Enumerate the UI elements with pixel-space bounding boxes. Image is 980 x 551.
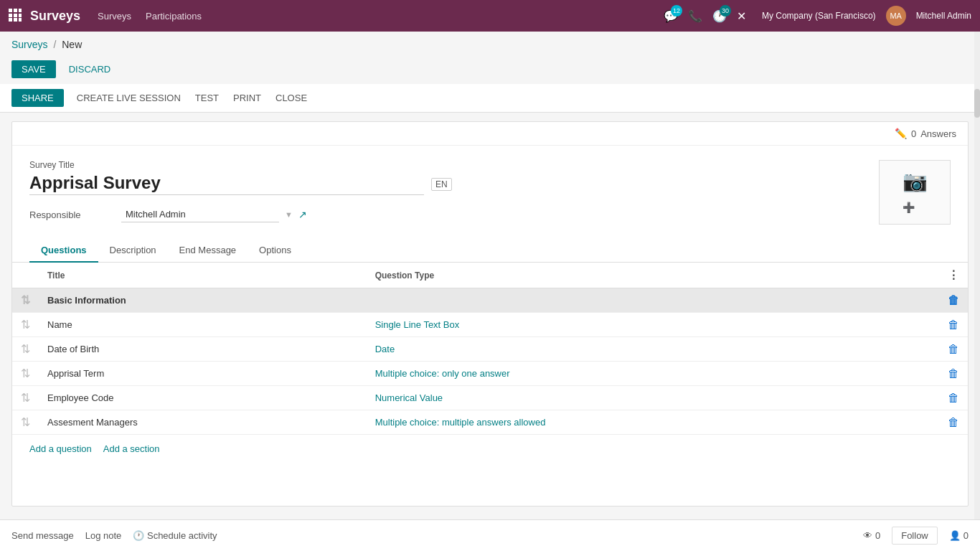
question-type[interactable]: Multiple choice: only one answer	[367, 362, 939, 386]
table-row: ⇅ Name Single Line Text Box 🗑	[12, 313, 968, 337]
svg-rect-3	[9, 14, 12, 17]
save-button[interactable]: SAVE	[11, 60, 56, 78]
title-header: Title	[39, 263, 367, 288]
survey-title-input[interactable]	[29, 173, 424, 195]
action-bar: SAVE DISCARD	[0, 57, 980, 84]
question-title[interactable]: Name	[39, 313, 367, 337]
create-live-session-button[interactable]: CREATE LIVE SESSION	[75, 90, 182, 106]
svg-rect-7	[14, 18, 17, 22]
question-type[interactable]: Multiple choice: multiple answers allowe…	[367, 410, 939, 435]
question-title[interactable]: Employee Code	[39, 386, 367, 410]
question-title[interactable]: Apprisal Term	[39, 362, 367, 386]
add-section-link[interactable]: Add a section	[103, 443, 160, 454]
delete-icon[interactable]: 🗑	[948, 416, 959, 428]
close-button[interactable]: CLOSE	[274, 90, 308, 106]
svg-rect-1	[14, 9, 17, 12]
nav-links: Surveys Participations	[98, 11, 664, 22]
tabs: Questions Description End Message Option…	[12, 239, 968, 263]
question-type[interactable]: Single Line Text Box	[367, 313, 939, 337]
scrollbar-thumb[interactable]	[974, 89, 980, 118]
add-links: Add a question Add a section	[12, 435, 968, 463]
breadcrumb: Surveys / New	[0, 32, 980, 57]
lang-badge: EN	[431, 178, 452, 191]
breadcrumb-parent[interactable]: Surveys	[11, 39, 48, 50]
clock-icon-badge[interactable]: 🕐 30	[712, 9, 727, 23]
column-options-icon[interactable]: ⋮	[948, 269, 959, 281]
company-name: My Company (San Francisco)	[762, 11, 876, 21]
table-row: ⇅ Date of Birth Date 🗑	[12, 337, 968, 362]
drag-handle-icon[interactable]: ⇅	[21, 367, 30, 380]
question-type-header: Question Type	[367, 263, 939, 288]
question-title[interactable]: Date of Birth	[39, 337, 367, 362]
question-type[interactable]: Date	[367, 337, 939, 362]
top-navigation: Surveys Surveys Participations 💬 12 📞 🕐 …	[0, 0, 980, 32]
table-row: ⇅ Employee Code Numerical Value 🗑	[12, 386, 968, 410]
drag-handle-icon[interactable]: ⇅	[21, 416, 30, 428]
main-content: ✏️ 0 Answers Survey Title EN Responsible…	[0, 113, 980, 515]
add-question-link[interactable]: Add a question	[29, 443, 92, 454]
svg-rect-5	[19, 14, 22, 17]
answers-label: Answers	[920, 128, 956, 139]
delete-icon[interactable]: 🗑	[948, 294, 959, 306]
table-row: ⇅ Apprisal Term Multiple choice: only on…	[12, 362, 968, 386]
delete-icon[interactable]: 🗑	[948, 343, 959, 355]
answers-row: ✏️ 0 Answers	[12, 122, 968, 146]
table-row: ⇅ Basic Information 🗑	[12, 288, 968, 313]
drag-handle-icon[interactable]: ⇅	[21, 294, 30, 306]
responsible-row: Responsible ▼ ↗	[29, 207, 862, 222]
svg-rect-8	[19, 18, 22, 22]
delete-icon[interactable]: 🗑	[948, 392, 959, 404]
tab-options[interactable]: Options	[248, 239, 303, 263]
drag-handle-icon[interactable]: ⇅	[21, 319, 30, 331]
nav-participations[interactable]: Participations	[146, 11, 202, 22]
answers-button[interactable]: ✏️ 0 Answers	[895, 128, 956, 139]
table-row: ⇅ Assesment Managers Multiple choice: mu…	[12, 410, 968, 435]
form-fields: Survey Title EN Responsible ▼ ↗	[29, 160, 862, 225]
tab-end-message[interactable]: End Message	[168, 239, 248, 263]
toolbar: SHARE CREATE LIVE SESSION TEST PRINT CLO…	[0, 84, 980, 113]
responsible-input[interactable]	[121, 207, 279, 222]
form-card: ✏️ 0 Answers Survey Title EN Responsible…	[11, 121, 969, 507]
user-name: Mitchell Admin	[916, 11, 971, 21]
svg-rect-2	[19, 9, 22, 12]
scrollbar[interactable]	[974, 32, 980, 515]
svg-rect-6	[9, 18, 12, 22]
questions-table: Title Question Type ⋮ ⇅ Basic Informatio…	[12, 263, 968, 435]
camera-icon: 📷➕	[903, 169, 928, 216]
image-upload-area[interactable]: 📷➕	[879, 160, 951, 225]
delete-icon[interactable]: 🗑	[948, 319, 959, 331]
chat-icon-badge[interactable]: 💬 12	[664, 9, 678, 23]
phone-icon[interactable]: 📞	[688, 9, 702, 23]
grid-icon[interactable]	[9, 9, 22, 24]
right-icons: 💬 12 📞 🕐 30 ✕ My Company (San Francisco)…	[664, 6, 971, 26]
edit-icon: ✏️	[895, 128, 907, 139]
delete-icon[interactable]: 🗑	[948, 367, 959, 380]
drag-handle-icon[interactable]: ⇅	[21, 392, 30, 404]
survey-title-label: Survey Title	[29, 160, 862, 170]
section-title: Basic Information	[39, 288, 939, 313]
print-button[interactable]: PRINT	[232, 90, 263, 106]
close-top-icon[interactable]: ✕	[737, 9, 746, 23]
dropdown-icon: ▼	[285, 210, 293, 219]
question-type[interactable]: Numerical Value	[367, 386, 939, 410]
svg-rect-4	[14, 14, 17, 17]
responsible-label: Responsible	[29, 209, 116, 220]
chat-badge: 12	[671, 5, 682, 17]
drag-handle-icon[interactable]: ⇅	[21, 343, 30, 355]
clock-badge: 30	[720, 5, 731, 17]
breadcrumb-separator: /	[53, 39, 56, 50]
answers-count: 0	[911, 128, 916, 139]
tab-questions[interactable]: Questions	[29, 239, 98, 263]
breadcrumb-current: New	[62, 39, 82, 50]
external-link-icon[interactable]: ↗	[298, 209, 307, 220]
discard-button[interactable]: DISCARD	[62, 60, 118, 78]
question-title[interactable]: Assesment Managers	[39, 410, 367, 435]
svg-rect-0	[9, 9, 12, 12]
form-body: Survey Title EN Responsible ▼ ↗ 📷➕	[12, 146, 968, 239]
app-title: Surveys	[30, 9, 80, 24]
test-button[interactable]: TEST	[194, 90, 220, 106]
avatar[interactable]: MA	[886, 6, 906, 26]
tab-description[interactable]: Description	[98, 239, 168, 263]
share-button[interactable]: SHARE	[11, 89, 64, 107]
nav-surveys[interactable]: Surveys	[98, 11, 131, 22]
